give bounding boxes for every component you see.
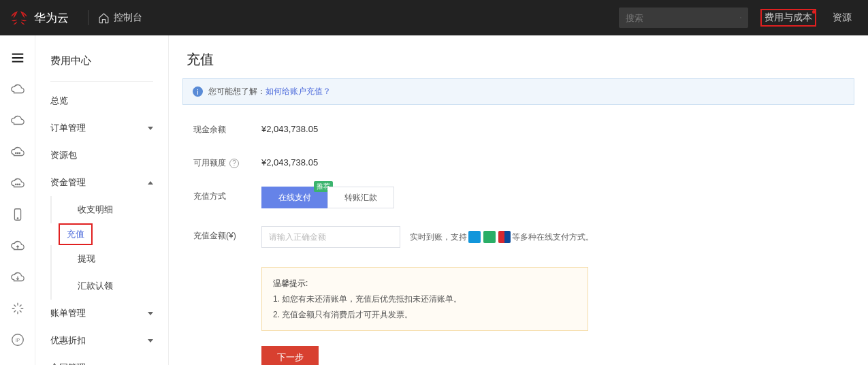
hint-post: 等多种在线支付方式。 [512, 232, 594, 243]
rail-item[interactable] [0, 199, 35, 230]
cloud-up-icon [10, 238, 25, 253]
avail-value: ¥2,043,738.05 [261, 153, 318, 168]
sidebar-item-label: 合同管理 [50, 362, 86, 365]
info-link[interactable]: 如何给账户充值？ [266, 86, 331, 97]
compass-icon [10, 301, 25, 316]
cash-value: ¥2,043,738.05 [261, 120, 318, 134]
main-content: 充值 i 您可能想了解： 如何给账户充值？ 现金余额 ¥2,043,738.05… [169, 35, 868, 365]
amount-label: 充值金额(¥) [193, 226, 261, 242]
sidebar-sub-recharge[interactable]: 充值 [59, 223, 93, 245]
cloud-icon [10, 82, 25, 97]
sidebar-sub-detail[interactable]: 收支明细 [50, 196, 168, 223]
svg-point-2 [17, 153, 18, 153]
svg-point-4 [15, 184, 16, 185]
sidebar-item-overview[interactable]: 总览 [35, 87, 168, 114]
help-icon[interactable]: ? [229, 159, 239, 168]
rail-item[interactable] [0, 230, 35, 261]
svg-point-6 [19, 184, 20, 185]
sidebar-item-label: 总览 [50, 95, 68, 107]
hint-pre: 实时到账，支持 [410, 232, 467, 243]
home-icon [98, 12, 110, 24]
tips-box: 温馨提示: 1. 如您有未还清账单，充值后优先抵扣未还清账单。 2. 充值金额只… [261, 267, 588, 331]
wechat-icon [483, 231, 496, 243]
info-icon: i [193, 86, 203, 97]
info-banner: i 您可能想了解： 如何给账户充值？ [182, 78, 854, 105]
sidebar-item-label: 资金管理 [50, 176, 86, 189]
divider [50, 81, 153, 82]
topbar: 华为云 控制台 费用与成本 资源 [0, 0, 868, 35]
rail-item[interactable] [0, 136, 35, 168]
rail-item[interactable]: IP [0, 324, 35, 355]
avail-label: 可用额度? [193, 153, 261, 169]
cost-link-label: 费用与成本 [765, 12, 812, 22]
resources-link[interactable]: 资源 [829, 9, 856, 27]
huawei-logo-icon [10, 8, 29, 27]
tips-line-2: 2. 充值金额只有消费后才可开具发票。 [273, 307, 577, 323]
chevron-down-icon [148, 312, 153, 315]
chevron-down-icon [148, 339, 153, 343]
svg-point-0 [740, 17, 741, 18]
amount-input[interactable] [261, 226, 400, 248]
cloud-dots-icon [10, 176, 25, 191]
method-segment: 在线支付 推荐 转账汇款 [261, 187, 394, 208]
rail-item[interactable] [0, 168, 35, 199]
search-icon[interactable] [740, 12, 741, 23]
notification-dot-icon [812, 10, 816, 14]
rail-item[interactable] [0, 293, 35, 324]
sidebar-item-funds[interactable]: 资金管理 [35, 169, 168, 196]
device-icon [10, 207, 25, 222]
svg-point-5 [17, 184, 18, 185]
ip-icon: IP [10, 332, 25, 347]
sidebar-item-label: 优惠折扣 [50, 334, 86, 347]
avail-label-text: 可用额度 [193, 157, 226, 169]
svg-point-1 [15, 153, 16, 153]
console-link[interactable]: 控制台 [98, 12, 142, 24]
cloud-dots-icon [10, 144, 25, 159]
chevron-up-icon [148, 181, 153, 185]
sidebar-item-orders[interactable]: 订单管理 [35, 114, 168, 142]
row-method: 充值方式 在线支付 推荐 转账汇款 [193, 187, 843, 208]
next-button[interactable]: 下一步 [261, 346, 319, 365]
rail-item[interactable] [0, 261, 35, 293]
row-cash: 现金余额 ¥2,043,738.05 [193, 120, 843, 136]
info-text: 您可能想了解： [208, 86, 266, 97]
rail-item[interactable] [0, 105, 35, 136]
sidebar-item-bills[interactable]: 账单管理 [35, 300, 168, 327]
row-avail: 可用额度? ¥2,043,738.05 [193, 153, 843, 169]
sidebar-sub-remit[interactable]: 汇款认领 [50, 272, 168, 300]
tips-title: 温馨提示: [273, 276, 577, 291]
sidebar: 费用中心 总览 订单管理 资源包 资金管理 收支明细 充值 提现 汇款认领 账单… [35, 35, 169, 365]
brand-text: 华为云 [34, 10, 69, 26]
search-box[interactable] [619, 7, 748, 28]
menu-toggle[interactable] [0, 42, 35, 74]
cloud-icon [10, 113, 25, 128]
svg-point-3 [19, 153, 20, 153]
page-title: 充值 [169, 35, 868, 78]
svg-text:IP: IP [15, 338, 19, 343]
row-amount: 充值金额(¥) 实时到账，支持 等多种在线支付方式。 温馨提示: [193, 226, 843, 365]
brand-block[interactable]: 华为云 [0, 8, 78, 27]
method-online-button[interactable]: 在线支付 推荐 [261, 187, 328, 208]
tips-line-1: 1. 如您有未还清账单，充值后优先抵扣未还清账单。 [273, 291, 577, 307]
rail-item[interactable] [0, 355, 35, 365]
sidebar-item-label: 资源包 [50, 149, 77, 161]
sidebar-sub-withdraw[interactable]: 提现 [50, 245, 168, 272]
method-label: 充值方式 [193, 187, 261, 202]
svg-point-8 [17, 218, 18, 219]
rail-bar: IP [0, 35, 35, 365]
alipay-icon [468, 231, 481, 243]
sidebar-item-contract[interactable]: 合同管理 [35, 354, 168, 365]
search-input[interactable] [626, 13, 740, 23]
hamburger-icon [10, 50, 25, 65]
amount-hint: 实时到账，支持 等多种在线支付方式。 [410, 231, 594, 243]
rail-item[interactable] [0, 74, 35, 105]
sidebar-item-label: 账单管理 [50, 307, 86, 319]
sidebar-item-packages[interactable]: 资源包 [35, 142, 168, 169]
separator [88, 10, 89, 25]
sidebar-title: 费用中心 [35, 54, 168, 81]
unionpay-icon [498, 231, 511, 243]
cloud-down-icon [10, 270, 25, 285]
sidebar-item-discount[interactable]: 优惠折扣 [35, 327, 168, 354]
method-transfer-button[interactable]: 转账汇款 [327, 187, 394, 208]
cost-link[interactable]: 费用与成本 [760, 9, 816, 27]
